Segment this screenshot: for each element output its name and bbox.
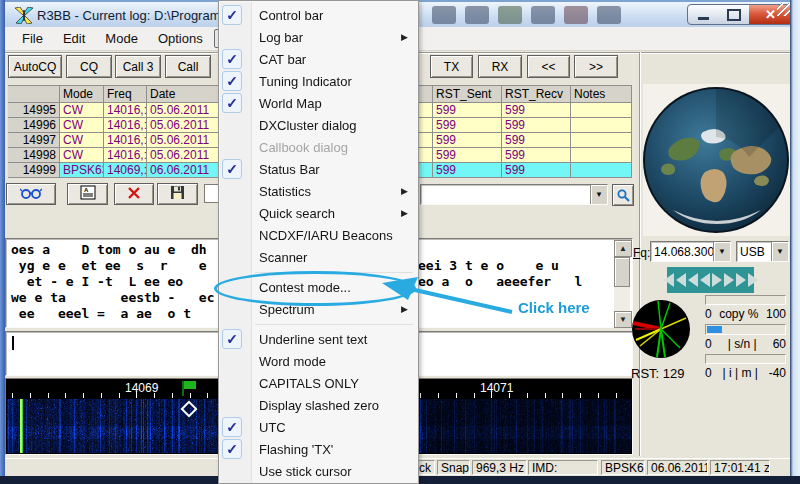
menu-item-label: Control bar (259, 8, 323, 23)
menu-item-tuning-indicator[interactable]: ✓Tuning Indicator (219, 70, 418, 92)
menu-item-display-slashed-zero[interactable]: Display slashed zero (219, 394, 418, 416)
menu-item-label: Status Bar (259, 162, 320, 177)
log-cell-freq[interactable]: 14016,: (104, 118, 147, 133)
log-cell-notes[interactable] (571, 133, 632, 148)
log-cell-freq[interactable]: 14016,: (104, 133, 147, 148)
log-cell-rst_sent[interactable]: 599 (433, 118, 502, 133)
menu-item-quick-search[interactable]: Quick search▶ (219, 202, 418, 224)
scroll-up-icon[interactable]: ▲ (614, 240, 632, 257)
chevron-down-icon[interactable]: ▼ (771, 242, 788, 261)
menu-item-status-bar[interactable]: ✓Status Bar (219, 158, 418, 180)
save-button[interactable] (157, 183, 198, 205)
control-button-next[interactable]: >> (574, 55, 618, 78)
menu-item-log-bar[interactable]: Log bar▶ (219, 26, 418, 48)
log-cell-num[interactable]: 14999 (8, 163, 60, 178)
log-cell-rst_sent[interactable]: 599 (433, 163, 502, 178)
log-cell-rst_sent[interactable]: 599 (433, 148, 502, 163)
log-cell-mode[interactable]: CW (60, 103, 104, 118)
step-right-icon[interactable] (736, 273, 746, 287)
log-cell-mode[interactable]: CW (60, 148, 104, 163)
log-cell-num[interactable]: 14997 (8, 133, 60, 148)
log-cell-mode[interactable]: CW (60, 133, 104, 148)
scrollbar-thumb[interactable] (614, 257, 630, 287)
sideband-combobox[interactable]: USB ▼ (736, 241, 789, 262)
menu-mode[interactable]: Mode (96, 29, 147, 48)
callbook-button[interactable]: A (67, 183, 108, 205)
macro-button-call-3[interactable]: Call 3 (115, 55, 161, 78)
log-cell-freq[interactable]: 14016,: (104, 103, 147, 118)
step-right-icon[interactable] (712, 273, 722, 287)
menu-item-world-map[interactable]: ✓World Map (219, 92, 418, 114)
world-globe[interactable] (643, 84, 790, 236)
log-cell-notes[interactable] (571, 148, 632, 163)
menu-item-word-mode[interactable]: Word mode (219, 350, 418, 372)
menu-item-underline-sent-text[interactable]: ✓Underline sent text (219, 328, 418, 350)
log-cell-mode[interactable]: BPSK63 (60, 163, 104, 178)
status-segment: 06.06.2011 (647, 460, 708, 475)
column-header-notes[interactable]: Notes (571, 85, 632, 103)
log-cell-rst_recv[interactable]: 599 (502, 103, 571, 118)
menu-item-use-stick-cursor[interactable]: Use stick cursor (219, 460, 418, 482)
column-header-freq[interactable]: Freq (104, 85, 147, 103)
column-header-rst_sent[interactable]: RST_Sent (433, 85, 502, 103)
menu-item-cat-bar[interactable]: ✓CAT bar (219, 48, 418, 70)
control-button-prev[interactable]: << (527, 55, 570, 78)
log-cell-rst_recv[interactable]: 599 (502, 133, 571, 148)
menu-item-flashing-tx[interactable]: ✓Flashing 'TX' (219, 438, 418, 460)
rst-readout: RST: 129 (631, 366, 684, 381)
macro-button-call[interactable]: Call (165, 55, 211, 78)
step-left-icon[interactable] (664, 273, 674, 287)
column-header-rst_recv[interactable]: RST_Recv (502, 85, 571, 103)
log-cell-rst_sent[interactable]: 599 (433, 133, 502, 148)
step-right-icon[interactable] (748, 273, 758, 287)
menu-item-scanner[interactable]: Scanner (219, 246, 418, 268)
column-header-mode[interactable]: Mode (60, 85, 104, 103)
log-cell-notes[interactable] (571, 163, 632, 178)
column-header-num[interactable] (8, 85, 60, 103)
chevron-down-icon[interactable]: ▼ (713, 242, 730, 261)
menu-item-dxcluster-dialog[interactable]: DXCluster dialog (219, 114, 418, 136)
sn-scale: 0| s/n |60 (705, 337, 786, 351)
copy-meter (705, 295, 786, 305)
resize-grip[interactable] (777, 3, 790, 16)
log-cell-num[interactable]: 14995 (8, 103, 60, 118)
log-cell-notes[interactable] (571, 103, 632, 118)
menu-item-capitals-only[interactable]: CAPITALS ONLY (219, 372, 418, 394)
macro-button-cq[interactable]: CQ (66, 55, 112, 78)
search-button[interactable] (612, 184, 634, 206)
log-cell-num[interactable]: 14998 (8, 148, 60, 163)
step-left-icon[interactable] (676, 273, 686, 287)
log-cell-freq[interactable]: 14016,: (104, 148, 147, 163)
step-right-icon[interactable] (724, 273, 734, 287)
control-button-tx[interactable]: TX (430, 55, 473, 78)
tuning-step-bar[interactable] (667, 267, 754, 293)
maximize-button[interactable] (718, 4, 750, 25)
macro-button-autocq[interactable]: AutoCQ (8, 55, 62, 78)
menu-file[interactable]: File (13, 29, 52, 48)
menu-item-ncdxf-iaru-beacons[interactable]: NCDXF/IARU Beacons (219, 224, 418, 246)
log-cell-freq[interactable]: 14069,: (104, 163, 147, 178)
quick-search-combobox[interactable]: ▼ (420, 184, 608, 205)
sn-meter (705, 324, 786, 335)
log-cell-mode[interactable]: CW (60, 118, 104, 133)
menu-item-utc[interactable]: ✓UTC (219, 416, 418, 438)
menu-item-control-bar[interactable]: ✓Control bar (219, 4, 418, 26)
menu-item-statistics[interactable]: Statistics▶ (219, 180, 418, 202)
menu-options[interactable]: Options (149, 29, 212, 48)
chevron-down-icon[interactable]: ▼ (590, 185, 607, 204)
menu-edit[interactable]: Edit (54, 29, 94, 48)
log-cell-num[interactable]: 14996 (8, 118, 60, 133)
step-left-icon[interactable] (688, 273, 698, 287)
log-cell-rst_recv[interactable]: 599 (502, 118, 571, 133)
log-cell-rst_recv[interactable]: 599 (502, 163, 571, 178)
glasses-button[interactable] (6, 183, 56, 205)
step-left-icon[interactable] (700, 273, 710, 287)
log-cell-rst_sent[interactable]: 599 (433, 103, 502, 118)
delete-button[interactable] (114, 183, 154, 205)
rx-scrollbar[interactable]: ▲ ▼ (614, 240, 630, 326)
log-cell-notes[interactable] (571, 118, 632, 133)
frequency-combobox[interactable]: 14.068.300 ▼ (650, 241, 731, 262)
log-cell-rst_recv[interactable]: 599 (502, 148, 571, 163)
minimize-button[interactable] (687, 4, 720, 25)
control-button-rx[interactable]: RX (478, 55, 522, 78)
